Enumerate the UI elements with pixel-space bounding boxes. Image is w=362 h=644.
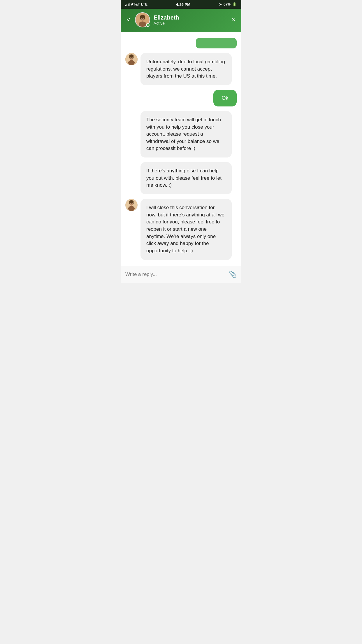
sent-message: Ok [213, 90, 237, 106]
message-row: The security team will get in touch with… [125, 111, 237, 158]
back-button[interactable]: < [125, 15, 131, 25]
header-left: < [125, 12, 179, 27]
network-label: LTE [141, 2, 147, 6]
avatar-placeholder [125, 111, 138, 123]
message-text: I will close this conversation for now, … [146, 205, 224, 253]
carrier-label: AT&T [131, 2, 140, 6]
svg-rect-10 [144, 17, 145, 19]
svg-rect-31 [133, 202, 133, 204]
battery-percentage: 67% [224, 2, 231, 6]
avatar-container [135, 12, 150, 27]
message-bubble: If there's anything else I can help you … [140, 162, 232, 194]
message-avatar [125, 199, 138, 211]
svg-point-14 [128, 60, 135, 65]
message-bubble: Unfortunately, due to local gambling reg… [140, 53, 232, 85]
message-text: Ok [222, 95, 228, 101]
chat-area: Unfortunately, due to local gambling reg… [121, 32, 241, 266]
message-row: Unfortunately, due to local gambling reg… [125, 53, 237, 85]
signal-bars-icon [125, 3, 130, 6]
contact-status: Active [154, 21, 179, 26]
location-icon: ➤ [219, 2, 222, 6]
close-button[interactable]: × [231, 15, 237, 25]
reply-input[interactable] [125, 272, 225, 277]
svg-rect-21 [133, 56, 133, 58]
partial-sent-bubble [196, 38, 237, 48]
message-row: I will close this conversation for now, … [125, 199, 237, 260]
avatar-placeholder [125, 162, 138, 174]
message-row: If there's anything else I can help you … [125, 162, 237, 194]
svg-rect-20 [129, 56, 130, 58]
svg-point-2 [139, 22, 146, 27]
status-left: AT&T LTE [125, 2, 147, 6]
header-info: Elizabeth Active [154, 14, 179, 26]
status-time: 4:26 PM [176, 2, 190, 7]
message-text: Unfortunately, due to local gambling reg… [146, 59, 225, 79]
svg-rect-30 [129, 202, 130, 204]
contact-name: Elizabeth [154, 14, 179, 21]
status-bar: AT&T LTE 4:26 PM ➤ 67% 🔋 [121, 0, 241, 9]
attach-icon[interactable]: 📎 [229, 271, 237, 278]
message-avatar [125, 53, 138, 65]
message-bubble: The security team will get in touch with… [140, 111, 232, 158]
input-area: 📎 [121, 266, 241, 283]
status-right: ➤ 67% 🔋 [219, 2, 237, 6]
battery-icon: 🔋 [232, 2, 237, 6]
chat-header: < [121, 9, 241, 32]
svg-point-24 [128, 206, 135, 211]
message-text: If there's anything else I can help you … [146, 168, 222, 188]
message-bubble: I will close this conversation for now, … [140, 199, 232, 260]
svg-rect-9 [140, 17, 141, 19]
message-text: The security team will get in touch with… [146, 117, 221, 151]
online-indicator [146, 23, 150, 27]
